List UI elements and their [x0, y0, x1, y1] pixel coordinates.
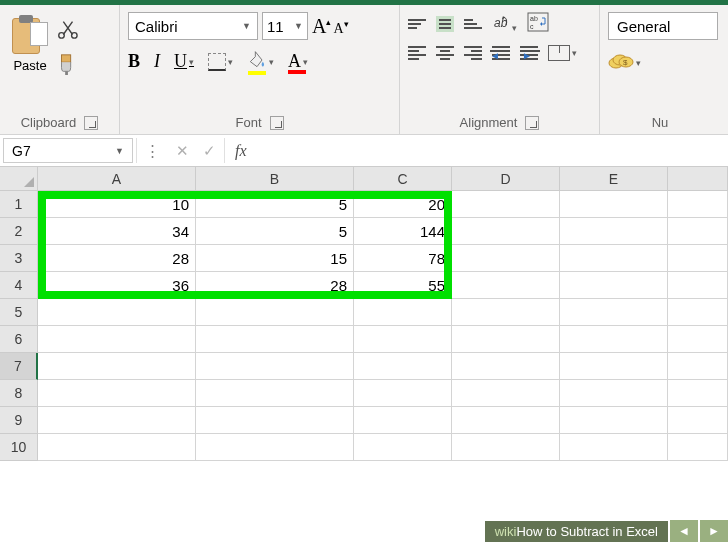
decrease-font-button[interactable]: A▾ — [333, 19, 348, 37]
increase-indent-button[interactable]: ► — [520, 46, 538, 60]
cell[interactable] — [668, 326, 728, 353]
clipboard-dialog-launcher[interactable] — [84, 116, 98, 130]
row-header[interactable]: 8 — [0, 380, 38, 407]
row-header[interactable]: 1 — [0, 191, 38, 218]
cell[interactable] — [38, 407, 196, 434]
cell[interactable] — [668, 407, 728, 434]
cell[interactable] — [668, 218, 728, 245]
cell[interactable]: 78 — [354, 245, 452, 272]
align-left-button[interactable] — [408, 46, 426, 60]
cell[interactable] — [354, 353, 452, 380]
cell[interactable] — [38, 299, 196, 326]
cell[interactable] — [560, 218, 668, 245]
cell[interactable] — [196, 407, 354, 434]
cell[interactable]: 10 — [38, 191, 196, 218]
cell[interactable] — [668, 191, 728, 218]
row-header[interactable]: 7 — [0, 353, 38, 380]
cut-icon[interactable] — [56, 18, 78, 43]
cell[interactable] — [196, 434, 354, 461]
merge-center-button[interactable]: ▾ — [548, 45, 577, 61]
increase-font-button[interactable]: A▴ — [312, 15, 331, 38]
cell[interactable] — [452, 380, 560, 407]
align-top-button[interactable] — [408, 19, 426, 29]
currency-button[interactable]: $ ▾ — [608, 50, 641, 75]
cell[interactable]: 15 — [196, 245, 354, 272]
column-header[interactable]: B — [196, 167, 354, 191]
cell[interactable] — [354, 380, 452, 407]
cell[interactable]: 5 — [196, 191, 354, 218]
row-header[interactable]: 3 — [0, 245, 38, 272]
cell[interactable] — [452, 218, 560, 245]
cell[interactable] — [38, 380, 196, 407]
cell[interactable] — [354, 299, 452, 326]
cell[interactable]: 5 — [196, 218, 354, 245]
font-name-select[interactable]: Calibri▼ — [128, 12, 258, 40]
underline-button[interactable]: U▾ — [174, 51, 194, 72]
cell[interactable] — [38, 353, 196, 380]
column-header[interactable]: A — [38, 167, 196, 191]
enter-icon[interactable]: ✓ — [203, 142, 216, 160]
cell[interactable] — [560, 407, 668, 434]
column-header[interactable]: E — [560, 167, 668, 191]
format-painter-icon[interactable] — [56, 53, 78, 78]
cell[interactable] — [668, 272, 728, 299]
cell[interactable] — [452, 434, 560, 461]
align-bottom-button[interactable] — [464, 19, 482, 29]
select-all-corner[interactable] — [0, 167, 38, 191]
cell[interactable]: 28 — [38, 245, 196, 272]
cell[interactable] — [452, 326, 560, 353]
orientation-button[interactable]: ab▾ — [492, 13, 517, 34]
cell[interactable] — [560, 245, 668, 272]
cell[interactable]: 28 — [196, 272, 354, 299]
number-format-select[interactable]: General — [608, 12, 718, 40]
cell[interactable]: 36 — [38, 272, 196, 299]
align-right-button[interactable] — [464, 46, 482, 60]
cell[interactable] — [668, 380, 728, 407]
cell[interactable] — [560, 299, 668, 326]
cell[interactable] — [196, 380, 354, 407]
cell[interactable] — [354, 407, 452, 434]
cell[interactable] — [560, 434, 668, 461]
row-header[interactable]: 4 — [0, 272, 38, 299]
cell[interactable] — [452, 191, 560, 218]
next-arrow-icon[interactable]: ► — [700, 520, 728, 542]
prev-arrow-icon[interactable]: ◄ — [670, 520, 698, 542]
border-button[interactable]: ▾ — [208, 53, 233, 71]
cell[interactable] — [354, 326, 452, 353]
column-header[interactable]: C — [354, 167, 452, 191]
cell[interactable]: 144 — [354, 218, 452, 245]
cell[interactable] — [560, 326, 668, 353]
cell[interactable] — [452, 407, 560, 434]
cell[interactable] — [668, 299, 728, 326]
decrease-indent-button[interactable]: ◄ — [492, 46, 510, 60]
cell[interactable]: 55 — [354, 272, 452, 299]
align-middle-button[interactable] — [436, 16, 454, 32]
fx-expand-button[interactable]: ⋮ — [145, 142, 162, 160]
cell[interactable] — [452, 245, 560, 272]
bold-button[interactable]: B — [128, 51, 140, 72]
cell[interactable] — [668, 245, 728, 272]
row-header[interactable]: 5 — [0, 299, 38, 326]
cell[interactable] — [452, 353, 560, 380]
align-center-button[interactable] — [436, 46, 454, 60]
cell[interactable] — [38, 434, 196, 461]
row-header[interactable]: 10 — [0, 434, 38, 461]
cell[interactable] — [560, 191, 668, 218]
font-size-select[interactable]: 11▼ — [262, 12, 308, 40]
wrap-text-button[interactable]: abc — [527, 12, 549, 35]
cell[interactable] — [196, 326, 354, 353]
font-color-button[interactable]: A ▾ — [288, 51, 308, 72]
cell[interactable] — [354, 434, 452, 461]
column-header[interactable] — [668, 167, 728, 191]
cell[interactable] — [452, 272, 560, 299]
row-header[interactable]: 9 — [0, 407, 38, 434]
cell[interactable] — [560, 272, 668, 299]
alignment-dialog-launcher[interactable] — [525, 116, 539, 130]
cell[interactable] — [196, 353, 354, 380]
cell[interactable] — [196, 299, 354, 326]
name-box[interactable]: G7▼ — [3, 138, 133, 163]
font-dialog-launcher[interactable] — [270, 116, 284, 130]
paste-button[interactable]: Paste — [8, 14, 52, 75]
cell[interactable] — [560, 380, 668, 407]
cell[interactable]: 20 — [354, 191, 452, 218]
